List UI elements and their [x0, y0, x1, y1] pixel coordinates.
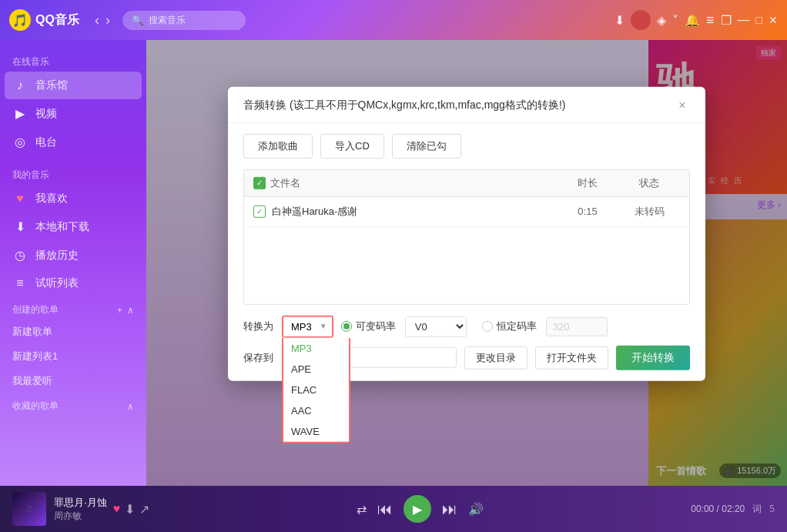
sidebar-item-history[interactable]: ◷ 播放历史	[0, 241, 146, 269]
window-copy-icon: ❐	[721, 13, 732, 28]
lyrics-label[interactable]: 词	[752, 503, 762, 516]
format-option-mp3[interactable]: MP3	[283, 337, 349, 358]
song-filename: 白神遥Haruka-感谢	[272, 204, 357, 218]
history-icon: ◷	[12, 248, 28, 263]
header-checkbox[interactable]: ✓	[253, 176, 266, 189]
format-option-ape[interactable]: APE	[283, 358, 349, 379]
bell-icon: 🔔	[685, 13, 700, 28]
fixed-bitrate-radio[interactable]	[482, 321, 493, 332]
lyrics-count: 5	[769, 504, 775, 514]
playlist-favorites-listen[interactable]: 我最爱听	[0, 369, 146, 393]
save-label: 保存到	[243, 350, 274, 364]
close-btn[interactable]: ✕	[769, 14, 778, 26]
sidebar-item-local-download[interactable]: ⬇ 本地和下载	[0, 212, 146, 241]
format-selected-value[interactable]: MP3	[283, 316, 332, 336]
open-folder-btn[interactable]: 打开文件夹	[535, 346, 608, 369]
table-empty-space	[244, 226, 689, 303]
variable-bitrate-radio[interactable]	[341, 321, 352, 332]
progress-info: 00:00 / 02:20	[691, 504, 745, 514]
nav-back-btn[interactable]: ‹	[95, 12, 99, 28]
collapse-icon[interactable]: ∧	[127, 305, 134, 316]
start-convert-btn[interactable]: 开始转换	[616, 345, 690, 370]
player-heart-icon[interactable]: ♥	[113, 502, 121, 517]
current-time: 00:00	[691, 504, 714, 514]
import-cd-btn[interactable]: 导入CD	[320, 133, 384, 158]
collect-section: 收藏的歌单 ∧	[0, 393, 146, 416]
content-area: 独家 进 他 的 真 实 经 历 驰 更多 › 下一首情歌 🎧 15156.0万	[146, 40, 787, 486]
sidebar-item-radio[interactable]: ◎ 电台	[0, 128, 146, 156]
clear-checked-btn[interactable]: 清除已勾	[392, 133, 461, 158]
playlist-list1[interactable]: 新建列表1	[0, 344, 146, 369]
variable-bitrate-select[interactable]: V0 V1 V2	[405, 316, 467, 336]
my-music-label: 我的音乐	[0, 162, 146, 185]
player-info: 罪思月·月蚀 周亦敏	[54, 496, 107, 523]
logo-icon: 🎵	[9, 9, 31, 31]
search-bar[interactable]: 🔍 搜索音乐	[122, 11, 246, 30]
title-nav: ‹ ›	[95, 12, 110, 28]
table-row: ✓ 白神遥Haruka-感谢 0:15 未转码	[244, 196, 689, 226]
app-logo: 🎵 QQ音乐	[9, 9, 79, 31]
sidebar-item-label-trial: 试听列表	[35, 276, 79, 290]
variable-bitrate-option[interactable]: 可变码率	[341, 320, 396, 333]
row-checkbox[interactable]: ✓	[253, 205, 266, 217]
playlist-new[interactable]: 新建歌单	[0, 320, 146, 344]
fixed-bitrate-option[interactable]: 恒定码率	[482, 320, 537, 333]
collect-label: 收藏的歌单	[12, 400, 59, 413]
format-dropdown[interactable]: MP3 ▼ MP3 APE FLAC AAC WAVE	[282, 315, 333, 337]
player-download-icon[interactable]: ⬇	[125, 502, 135, 517]
diamond-icon: ◈	[657, 13, 666, 28]
convert-label: 转换为	[243, 320, 274, 333]
dialog-bottom: 转换为 MP3 ▼ MP3 APE FLAC AAC WAVE	[228, 304, 705, 380]
change-dir-btn[interactable]: 更改目录	[464, 346, 527, 369]
dialog-actions: 添加歌曲 导入CD 清除已勾	[228, 122, 705, 169]
add-song-btn[interactable]: 添加歌曲	[243, 133, 313, 158]
dialog-title-bar: 音频转换 (该工具不用于QMCx,kgmx,krc,tkm,mfac,mgg格式…	[228, 86, 705, 122]
format-option-flac[interactable]: FLAC	[283, 379, 349, 400]
player-artist: 周亦敏	[54, 510, 107, 523]
add-playlist-icon[interactable]: +	[117, 305, 122, 316]
next-btn[interactable]: ⏭	[442, 500, 457, 518]
dialog-close-btn[interactable]: ×	[675, 97, 690, 112]
main-layout: 在线音乐 ♪ 音乐馆 ▶ 视频 ◎ 电台 我的音乐 ♥ 我喜欢 ⬇ 本地和下载	[0, 40, 787, 486]
player-controls: ⇄ ⏮ ▶ ⏭ 🔊	[357, 495, 484, 523]
sidebar-item-favorites[interactable]: ♥ 我喜欢	[0, 185, 146, 212]
song-table: ✓ 文件名 时长 状态 ✓ 白神遥Haruka-感谢 0:15 未转码	[243, 169, 690, 304]
prev-btn[interactable]: ⏮	[377, 500, 393, 518]
online-music-label: 在线音乐	[0, 49, 146, 72]
restore-btn[interactable]: □	[756, 14, 762, 26]
fixed-bitrate-label: 恒定码率	[497, 320, 537, 333]
playlist-favorites-listen-label: 我最爱听	[12, 374, 52, 388]
player-song-title: 罪思月·月蚀	[54, 496, 107, 510]
search-icon: 🔍	[132, 15, 144, 26]
radio-icon: ◎	[12, 135, 28, 149]
user-avatar[interactable]	[631, 10, 651, 30]
fixed-bitrate-input[interactable]	[546, 316, 608, 336]
total-time: 02:20	[722, 504, 745, 514]
row-filename: ✓ 白神遥Haruka-感谢	[253, 204, 557, 218]
create-playlist-section: 创建的歌单 + ∧	[0, 297, 146, 320]
shuffle-btn[interactable]: ⇄	[357, 502, 367, 517]
player-share-icon[interactable]: ↗	[139, 502, 149, 517]
play-pause-btn[interactable]: ▶	[404, 495, 431, 523]
format-option-wave[interactable]: WAVE	[283, 420, 349, 441]
dialog-title: 音频转换 (该工具不用于QMCx,kgmx,krc,tkm,mfac,mgg格式…	[243, 98, 565, 112]
nav-forward-btn[interactable]: ›	[105, 12, 110, 28]
sidebar-item-video[interactable]: ▶ 视频	[0, 99, 146, 128]
volume-btn[interactable]: 🔊	[468, 502, 484, 517]
sidebar-item-label-local: 本地和下载	[35, 220, 89, 234]
player-right: 00:00 / 02:20 词 5	[691, 503, 775, 516]
titlebar-right: ⬇ ◈ ˅ 🔔 ≡ ❐ — □ ✕	[615, 10, 778, 30]
menu-icon[interactable]: ≡	[706, 12, 715, 28]
player-bar: 🎵 罪思月·月蚀 周亦敏 ♥ ⬇ ↗ ⇄ ⏮ ▶ ⏭ 🔊 00:00 / 02:…	[0, 486, 787, 532]
sidebar-item-music-hall[interactable]: ♪ 音乐馆	[5, 72, 142, 99]
format-option-aac[interactable]: AAC	[283, 400, 349, 420]
format-dropdown-menu: MP3 APE FLAC AAC WAVE	[282, 337, 350, 443]
create-playlist-icons: + ∧	[117, 305, 134, 316]
app-title: QQ音乐	[35, 12, 79, 28]
collect-collapse-icon[interactable]: ∧	[127, 401, 134, 412]
playlist-list1-label: 新建列表1	[12, 350, 58, 363]
audio-convert-dialog: 音频转换 (该工具不用于QMCx,kgmx,krc,tkm,mfac,mgg格式…	[228, 86, 705, 380]
sidebar-item-trial-list[interactable]: ≡ 试听列表	[0, 269, 146, 297]
search-placeholder: 搜索音乐	[149, 14, 186, 27]
minimize-btn[interactable]: —	[738, 13, 750, 27]
